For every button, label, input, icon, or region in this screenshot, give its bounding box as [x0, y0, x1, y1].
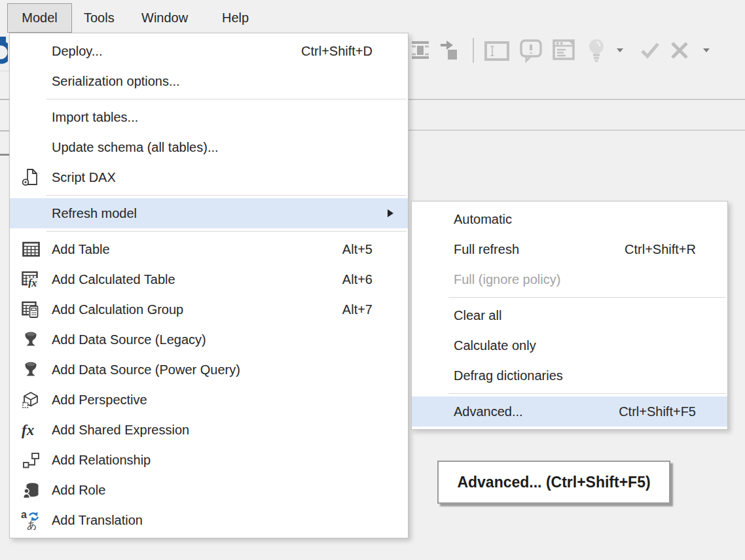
menu-item-label: Refresh model	[52, 206, 137, 221]
menu-item-label: Add Calculated Table	[52, 272, 175, 287]
menu-item-label: Calculate only	[454, 338, 536, 353]
calculation-group-icon	[18, 301, 44, 318]
lightbulb-icon	[587, 38, 606, 64]
comment-warning-icon	[519, 39, 543, 63]
menu-item-serialization-options[interactable]: Serialization options...	[10, 66, 408, 96]
menubar-item-label: Tools	[84, 10, 115, 26]
menubar-item-help[interactable]: Help	[222, 3, 249, 33]
menu-item-add-table[interactable]: Add Table Alt+5	[10, 234, 408, 264]
menu-item-shortcut: Alt+7	[342, 302, 372, 317]
lightbulb-dropdown-caret-icon	[617, 48, 623, 52]
menu-item-shortcut: Ctrl+Shift+F5	[619, 404, 696, 419]
menubar-item-model[interactable]: Model	[7, 3, 72, 33]
menu-item-label: Defrag dictionaries	[454, 368, 563, 383]
toolbar-separator	[473, 38, 474, 63]
menu-item-label: Automatic	[454, 212, 512, 227]
svg-text:fx: fx	[28, 277, 37, 288]
submenu-item-advanced[interactable]: Advanced... Ctrl+Shift+F5	[412, 396, 727, 427]
relationship-icon	[18, 451, 44, 469]
menu-item-label: Add Table	[52, 242, 110, 257]
menu-item-add-translation[interactable]: aあ Add Translation	[10, 505, 408, 535]
submenu-item-full-ignore-policy: Full (ignore policy)	[412, 264, 727, 294]
menubar-item-label: Window	[141, 10, 188, 26]
menu-separator	[46, 195, 407, 196]
menu-item-label: Add Relationship	[52, 453, 151, 468]
menu-separator	[448, 297, 726, 298]
calculated-table-icon: fx	[18, 271, 44, 288]
background-grid-line	[0, 130, 9, 131]
script-dax-icon	[18, 168, 44, 186]
menubar-item-tools[interactable]: Tools	[84, 3, 115, 33]
menu-item-label: Add Data Source (Power Query)	[52, 362, 240, 377]
menubar: Model Tools Window Help	[0, 0, 745, 33]
insert-columns-icon	[410, 40, 430, 61]
submenu-item-full-refresh[interactable]: Full refresh Ctrl+Shift+R	[412, 234, 727, 264]
submenu-item-automatic[interactable]: Automatic	[412, 204, 727, 234]
menu-item-label: Update schema (all tables)...	[52, 140, 219, 155]
background-refresh-icon-fragment	[0, 37, 8, 65]
menu-item-label: Add Data Source (Legacy)	[52, 332, 206, 347]
properties-window-icon	[552, 39, 575, 62]
menu-item-label: Full refresh	[454, 242, 519, 257]
menu-item-add-calculation-group[interactable]: Add Calculation Group Alt+7	[10, 294, 408, 324]
menu-item-add-calculated-table[interactable]: fx Add Calculated Table Alt+6	[10, 264, 408, 294]
header-divider-line	[409, 130, 745, 131]
menubar-item-window[interactable]: Window	[141, 3, 188, 33]
menubar-item-label: Model	[22, 10, 57, 26]
menu-item-shortcut: Ctrl+Shift+D	[301, 44, 372, 59]
menu-item-label: Add Role	[52, 483, 105, 498]
menu-item-add-perspective[interactable]: Add Perspective	[10, 385, 408, 415]
refresh-model-submenu: Automatic Full refresh Ctrl+Shift+R Full…	[411, 201, 728, 430]
model-menu: Deploy... Ctrl+Shift+D Serialization opt…	[9, 33, 409, 538]
tooltip-text: Advanced... (Ctrl+Shift+F5)	[457, 474, 650, 491]
app-window: Model Tools Window Help Deploy... Ctrl+S…	[0, 0, 745, 560]
submenu-item-defrag-dictionaries[interactable]: Defrag dictionaries	[412, 360, 727, 391]
import-into-table-icon	[439, 39, 459, 61]
toolbar-divider-line	[409, 99, 745, 100]
svg-text:fx: fx	[22, 422, 34, 438]
menu-item-import-tables[interactable]: Import tables...	[10, 102, 408, 132]
textbox-icon	[484, 41, 509, 61]
translation-icon: aあ	[18, 510, 44, 530]
submenu-item-clear-all[interactable]: Clear all	[412, 300, 727, 330]
menu-item-label: Script DAX	[52, 170, 116, 185]
menu-item-label: Add Translation	[52, 513, 143, 528]
menu-separator	[46, 99, 407, 99]
menu-item-label: Advanced...	[454, 404, 523, 419]
data-source-icon	[18, 361, 44, 379]
menu-item-add-data-source-power-query[interactable]: Add Data Source (Power Query)	[10, 355, 408, 385]
svg-text:あ: あ	[27, 519, 37, 530]
menu-item-label: Full (ignore policy)	[454, 272, 560, 287]
submenu-item-calculate-only[interactable]: Calculate only	[412, 330, 727, 360]
menu-item-update-schema[interactable]: Update schema (all tables)...	[10, 132, 408, 162]
table-grid-icon	[18, 241, 44, 257]
svg-text:a: a	[21, 510, 27, 520]
menu-item-label: Add Perspective	[52, 393, 147, 408]
menu-item-add-role[interactable]: Add Role	[10, 475, 408, 505]
menu-item-label: Serialization options...	[52, 74, 180, 89]
cancel-dropdown-caret-icon	[703, 48, 710, 52]
menu-item-label: Add Shared Expression	[52, 423, 189, 438]
background-grid-line	[0, 154, 9, 156]
menu-item-add-relationship[interactable]: Add Relationship	[10, 445, 408, 475]
submenu-arrow-icon	[388, 209, 393, 217]
background-grid-line	[0, 99, 9, 100]
menu-item-label: Add Calculation Group	[52, 302, 183, 317]
menu-item-label: Deploy...	[52, 44, 102, 59]
menubar-item-label: Help	[222, 10, 249, 26]
menu-item-add-shared-expression[interactable]: fx Add Shared Expression	[10, 415, 408, 445]
menu-item-refresh-model[interactable]: Refresh model	[10, 198, 408, 228]
menu-item-shortcut: Alt+6	[342, 272, 372, 287]
menu-separator	[46, 231, 407, 232]
data-source-icon	[18, 331, 44, 349]
menu-item-deploy[interactable]: Deploy... Ctrl+Shift+D	[10, 36, 408, 66]
menu-item-shortcut: Alt+5	[342, 242, 372, 257]
menu-item-label: Clear all	[454, 308, 501, 323]
cancel-x-icon	[669, 41, 690, 60]
menu-item-label: Import tables...	[52, 110, 138, 125]
tooltip: Advanced... (Ctrl+Shift+F5)	[437, 461, 670, 504]
menu-item-script-dax[interactable]: Script DAX	[10, 162, 408, 192]
menu-item-add-data-source-legacy[interactable]: Add Data Source (Legacy)	[10, 324, 408, 355]
role-database-user-icon	[18, 481, 44, 499]
accept-check-icon	[639, 41, 661, 60]
